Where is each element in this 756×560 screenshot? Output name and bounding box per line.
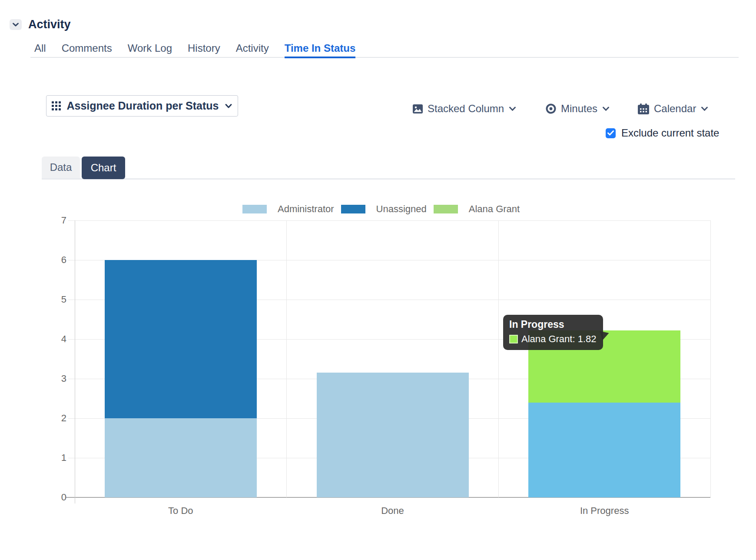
chart-type-label: Stacked Column	[428, 103, 504, 115]
page-title: Activity	[28, 18, 71, 31]
tab-history[interactable]: History	[188, 42, 220, 58]
tab-comments[interactable]: Comments	[62, 42, 112, 58]
tab-work-log[interactable]: Work Log	[128, 42, 172, 58]
activity-section-header: Activity	[10, 18, 71, 31]
gridline	[68, 220, 710, 221]
x-axis-category-label: Done	[287, 505, 499, 517]
x-axis-category-label: In Progress	[498, 505, 710, 517]
exclude-current-state-label: Exclude current state	[621, 127, 719, 139]
tab-data-view[interactable]: Data	[42, 157, 80, 178]
chart-legend: AdministratorUnassignedAlana Grant	[242, 203, 520, 215]
y-axis-tick-label: 0	[47, 492, 66, 503]
bar-segment[interactable]	[317, 373, 469, 497]
stacked-column-chart: 01234567To DoDoneIn Progress	[75, 220, 710, 497]
chart-type-dropdown[interactable]: Stacked Column	[413, 99, 516, 118]
y-axis-tick-label: 7	[47, 215, 66, 226]
x-axis-category-label: To Do	[75, 505, 287, 517]
y-axis-line	[75, 220, 75, 503]
bar-segment[interactable]	[528, 403, 680, 497]
tab-time-in-status[interactable]: Time In Status	[285, 42, 356, 58]
calendar-icon	[638, 103, 649, 114]
chevron-down-icon	[12, 22, 19, 27]
grid-icon	[52, 101, 61, 110]
chevron-down-icon	[225, 103, 232, 109]
report-selector-dropdown[interactable]: Assignee Duration per Status	[46, 95, 238, 117]
tooltip-value: Alana Grant: 1.82	[521, 333, 596, 345]
y-axis-tick-label: 1	[47, 452, 66, 463]
activity-tab-bar: All Comments Work Log History Activity T…	[34, 42, 355, 58]
bar-segment[interactable]	[105, 418, 257, 497]
gridline	[286, 220, 287, 497]
checkmark-icon	[607, 130, 614, 136]
y-axis-tick-label: 6	[47, 254, 66, 266]
y-axis-tick-label: 2	[47, 413, 66, 424]
legend-item[interactable]: Unassigned	[341, 203, 427, 215]
eye-icon	[546, 103, 556, 114]
legend-swatch	[242, 205, 267, 213]
gridline	[498, 220, 499, 497]
legend-swatch	[434, 205, 458, 213]
chevron-down-icon	[701, 107, 708, 111]
legend-label: Alana Grant	[469, 203, 520, 215]
tab-chart-view[interactable]: Chart	[82, 157, 125, 179]
legend-item[interactable]: Administrator	[242, 203, 334, 215]
y-axis-tick-label: 5	[47, 294, 66, 305]
tooltip-series-swatch	[509, 335, 518, 343]
tab-all[interactable]: All	[34, 42, 46, 58]
calendar-dropdown[interactable]: Calendar	[638, 99, 708, 118]
tooltip-title: In Progress	[509, 319, 596, 330]
y-axis-tick-label: 4	[47, 333, 66, 345]
calendar-label: Calendar	[654, 103, 696, 115]
chevron-down-icon	[509, 107, 516, 111]
bar-segment[interactable]	[105, 260, 257, 418]
unit-label: Minutes	[561, 103, 597, 115]
tab-activity[interactable]: Activity	[236, 42, 269, 58]
tooltip-row: Alana Grant: 1.82	[509, 333, 596, 345]
legend-item[interactable]: Alana Grant	[434, 203, 520, 215]
legend-swatch	[341, 205, 365, 213]
exclude-current-state-checkbox[interactable]	[606, 128, 616, 138]
y-axis-tick-label: 3	[47, 373, 66, 384]
view-toggle-divider	[42, 178, 735, 180]
legend-label: Administrator	[278, 203, 334, 215]
report-selector-label: Assignee Duration per Status	[66, 100, 219, 112]
chart-tooltip: In Progress Alana Grant: 1.82	[503, 315, 603, 350]
plot-right-border	[710, 220, 711, 497]
unit-dropdown[interactable]: Minutes	[546, 99, 610, 118]
legend-label: Unassigned	[376, 203, 427, 215]
image-icon	[413, 104, 423, 113]
collapse-activity-button[interactable]	[10, 19, 22, 30]
chevron-down-icon	[602, 107, 610, 111]
exclude-current-state-option[interactable]: Exclude current state	[606, 127, 719, 139]
